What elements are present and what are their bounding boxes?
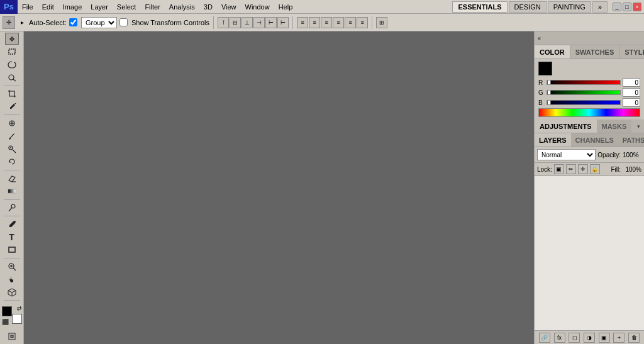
window-controls: _ □ × [613, 3, 641, 11]
tab-masks[interactable]: MASKS [597, 119, 632, 133]
tab-styles[interactable]: STYLES [619, 45, 644, 58]
align-buttons: ⊺ ⊟ ⊥ ⊣ ⊢ ⊢ [218, 17, 289, 28]
workspace-more[interactable]: » [592, 1, 608, 13]
b-value-input[interactable]: 0 [623, 98, 640, 107]
menu-file[interactable]: File [18, 0, 38, 13]
type-tool[interactable]: T [5, 231, 19, 243]
lasso-tool[interactable] [5, 58, 19, 70]
panel-collapse-icon[interactable]: « [536, 35, 543, 42]
dist-hcenter-btn[interactable]: ≡ [345, 17, 356, 28]
menu-select[interactable]: Select [113, 0, 141, 13]
menu-help[interactable]: Help [274, 0, 297, 13]
hand-tool[interactable] [5, 273, 19, 285]
align-right-btn[interactable]: ⊢ [277, 17, 289, 28]
foreground-color-swatch[interactable] [2, 306, 12, 316]
close-button[interactable]: × [633, 3, 641, 11]
color-swatch-row [538, 62, 640, 75]
g-value-input[interactable]: 0 [623, 88, 640, 97]
align-vcenter-btn[interactable]: ⊟ [230, 17, 241, 28]
quick-mask-btn[interactable] [5, 331, 19, 343]
dist-right-btn[interactable]: ≡ [357, 17, 368, 28]
align-top-btn[interactable]: ⊺ [218, 17, 229, 28]
menu-3d[interactable]: 3D [199, 0, 217, 13]
move-tool[interactable] [5, 33, 19, 45]
r-slider-thumb[interactable] [547, 80, 551, 85]
gradient-tool[interactable] [5, 185, 19, 197]
r-slider-track[interactable] [547, 80, 621, 85]
tab-layers[interactable]: LAYERS [535, 133, 571, 147]
color-spectrum-bar[interactable] [538, 108, 640, 117]
new-adjustment-button[interactable]: ◑ [584, 333, 595, 343]
add-mask-button[interactable]: ◻ [569, 333, 580, 343]
lock-row: Lock: ▣ ✏ ✛ 🔒 Fill: 100% [535, 163, 644, 176]
menu-layer[interactable]: Layer [86, 0, 113, 13]
workspace-essentials[interactable]: ESSENTIALS [452, 1, 507, 13]
color-preview-swatch[interactable] [538, 62, 552, 75]
blend-mode-select[interactable]: Normal Dissolve Multiply Screen Overlay [537, 149, 596, 160]
dist-vcenter-btn[interactable]: ≡ [309, 17, 320, 28]
quick-selection-tool[interactable] [5, 71, 19, 83]
zoom-tool[interactable] [5, 260, 19, 272]
canvas-area[interactable] [24, 31, 534, 344]
new-group-button[interactable]: ▣ [599, 333, 610, 343]
lock-all-btn[interactable]: 🔒 [590, 164, 600, 174]
brush-tool[interactable] [5, 130, 19, 142]
dist-left-btn[interactable]: ≡ [333, 17, 344, 28]
menu-view[interactable]: View [217, 0, 241, 13]
menu-window[interactable]: Window [241, 0, 274, 13]
link-layers-button[interactable]: 🔗 [539, 333, 550, 343]
dodge-tool[interactable] [5, 202, 19, 214]
rectangular-marquee-tool[interactable] [5, 45, 19, 57]
align-bottom-btn[interactable]: ⊥ [242, 17, 253, 28]
auto-align-btn[interactable]: ⊞ [376, 17, 387, 28]
crop-tool[interactable] [5, 88, 19, 100]
layers-body[interactable] [535, 176, 644, 330]
pen-tool[interactable] [5, 218, 19, 230]
new-layer-button[interactable]: + [613, 333, 625, 343]
tab-swatches[interactable]: SWATCHES [570, 45, 620, 58]
show-transform-checkbox[interactable] [119, 18, 128, 26]
workspace-design[interactable]: DESIGN [509, 1, 547, 13]
delete-layer-button[interactable]: 🗑 [628, 333, 640, 343]
auto-select-dropdown[interactable]: Group Layer [81, 17, 117, 28]
3d-tool[interactable] [5, 286, 19, 298]
background-color-swatch[interactable] [12, 314, 22, 324]
lock-position-btn[interactable]: ✛ [578, 164, 588, 174]
align-left-btn[interactable]: ⊣ [253, 17, 265, 28]
menu-image[interactable]: Image [58, 0, 87, 13]
menu-filter[interactable]: Filter [140, 0, 164, 13]
menu-analysis[interactable]: Analysis [165, 0, 199, 13]
dist-top-btn[interactable]: ≡ [297, 17, 308, 28]
maximize-button[interactable]: □ [623, 3, 631, 11]
swap-colors-icon[interactable]: ⇄ [17, 305, 22, 311]
dist-bottom-btn[interactable]: ≡ [321, 17, 332, 28]
auto-select-checkbox[interactable] [69, 18, 77, 26]
align-hcenter-btn[interactable]: ⊢ [265, 17, 277, 28]
menu-edit[interactable]: Edit [38, 0, 58, 13]
clone-stamp-tool[interactable] [5, 143, 19, 155]
svg-point-7 [9, 138, 10, 140]
minimize-button[interactable]: _ [613, 3, 621, 11]
tab-channels[interactable]: CHANNELS [571, 133, 618, 147]
g-slider-thumb[interactable] [547, 90, 551, 95]
lock-pixels-btn[interactable]: ✏ [566, 164, 576, 174]
tab-paths[interactable]: PATHS [618, 133, 644, 147]
tab-color[interactable]: COLOR [535, 45, 570, 58]
b-slider-thumb[interactable] [547, 100, 551, 105]
spot-healing-tool[interactable] [5, 117, 19, 129]
history-brush-tool[interactable] [5, 156, 19, 168]
eraser-tool[interactable] [5, 172, 19, 184]
eyedropper-tool[interactable] [5, 101, 19, 113]
workspace-painting[interactable]: PAINTING [548, 1, 591, 13]
svg-rect-20 [11, 335, 13, 338]
default-colors-icon[interactable]: ⬛ [2, 319, 9, 325]
g-slider-track[interactable] [547, 90, 621, 95]
tab-adjustments[interactable]: ADJUSTMENTS [535, 119, 597, 133]
lock-transparent-btn[interactable]: ▣ [554, 164, 564, 174]
rectangle-tool[interactable] [5, 244, 19, 256]
b-slider-track[interactable] [547, 100, 621, 105]
layer-style-button[interactable]: fx [554, 333, 565, 343]
type-tool-label: T [9, 232, 14, 242]
r-value-input[interactable]: 0 [623, 78, 640, 87]
adj-panel-collapse[interactable]: ▾ [633, 119, 644, 133]
